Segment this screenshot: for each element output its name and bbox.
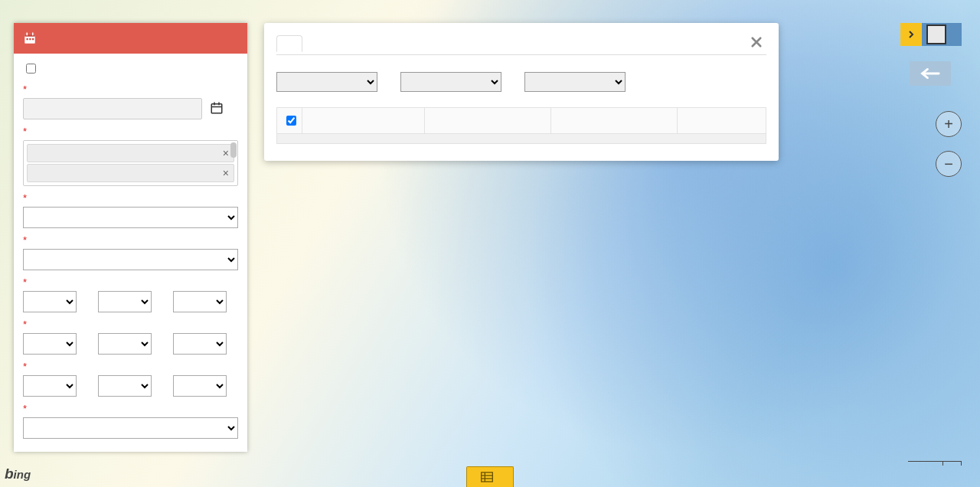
meetings-per-day-select[interactable] (276, 72, 377, 92)
table-icon (481, 472, 493, 482)
auto-scheduling-panel: * * × × * (14, 23, 247, 452)
col-actions (678, 108, 766, 134)
duration-label: * (23, 234, 238, 246)
map-scale (943, 464, 962, 466)
svg-rect-9 (214, 102, 215, 105)
break-label: * (23, 361, 238, 372)
reschedule-existing-select[interactable] (524, 72, 626, 92)
svg-rect-2 (27, 33, 28, 36)
tab-user-details[interactable] (276, 35, 302, 52)
break-minute-select[interactable] (98, 375, 152, 397)
break-hour-select[interactable] (23, 375, 77, 397)
zoom-out-button[interactable]: − (936, 151, 962, 177)
panel-header (14, 23, 247, 54)
col-destination (551, 108, 678, 134)
end-time-label: * (23, 319, 238, 330)
svg-rect-1 (24, 34, 35, 37)
select-users-input[interactable]: × × (23, 140, 238, 186)
close-icon[interactable] (746, 32, 766, 54)
svg-rect-4 (27, 38, 28, 40)
col-origin (425, 108, 551, 134)
chip-remove-icon[interactable]: × (223, 147, 229, 159)
user-details-modal (264, 23, 779, 161)
svg-rect-3 (32, 33, 34, 36)
user-chip: × (27, 164, 234, 182)
user-chip: × (27, 144, 234, 162)
start-minute-select[interactable] (98, 291, 152, 312)
col-user (302, 108, 425, 134)
select-users-label: * (23, 126, 238, 137)
end-ampm-select[interactable] (173, 333, 227, 355)
continuous-schedule-select[interactable] (400, 72, 501, 92)
table-footer (276, 134, 766, 144)
view-data-button[interactable] (466, 466, 514, 487)
map-mode-control (900, 23, 962, 46)
break-ampm-select[interactable] (173, 375, 227, 397)
tab-meeting-details[interactable] (302, 36, 327, 51)
consider-existing-checkbox[interactable] (26, 64, 36, 74)
svg-rect-5 (29, 38, 31, 40)
svg-rect-6 (32, 38, 34, 40)
bing-logo: b​ing (5, 466, 31, 482)
svg-rect-11 (482, 472, 493, 482)
svg-rect-7 (211, 103, 222, 113)
tab-existing-meetings[interactable] (327, 36, 351, 51)
period-label: * (23, 192, 238, 204)
date-picker-icon[interactable] (210, 101, 224, 117)
end-hour-select[interactable] (23, 333, 77, 355)
chip-remove-icon[interactable]: × (223, 167, 229, 179)
chevron-right-icon[interactable] (900, 23, 922, 46)
end-minute-select[interactable] (98, 333, 152, 355)
map-copyright (971, 473, 974, 482)
map-back-button[interactable] (910, 61, 951, 86)
start-hour-select[interactable] (23, 291, 77, 312)
duration-select[interactable] (23, 249, 238, 270)
break-duration-label: * (23, 403, 238, 414)
chips-scrollbar[interactable] (230, 142, 237, 158)
map-mode-button[interactable] (922, 23, 962, 46)
break-duration-select[interactable] (23, 417, 238, 439)
svg-rect-10 (218, 102, 220, 105)
start-date-input[interactable] (23, 98, 202, 119)
start-ampm-select[interactable] (173, 291, 227, 312)
select-all-checkbox[interactable] (286, 116, 296, 126)
calendar-icon (23, 31, 37, 45)
start-date-label: * (23, 83, 238, 95)
zoom-in-button[interactable]: + (936, 111, 962, 137)
selected-users-table (276, 107, 766, 134)
start-time-label: * (23, 276, 238, 288)
map-mode-icon (926, 25, 946, 44)
period-select[interactable] (23, 207, 238, 228)
